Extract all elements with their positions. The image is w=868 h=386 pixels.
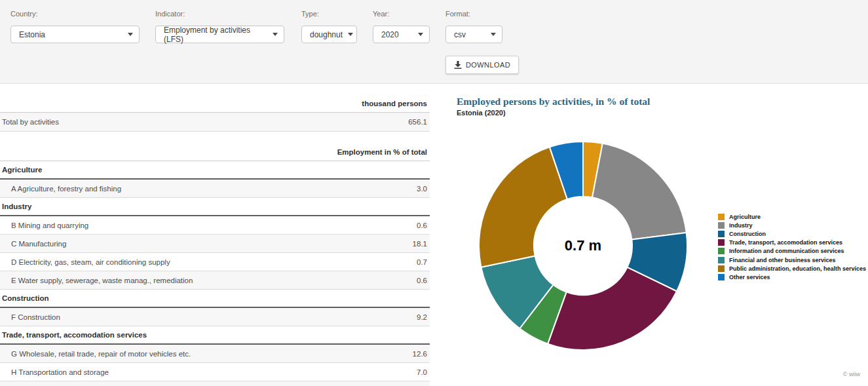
row-value: 18.1 xyxy=(413,240,430,248)
chart-panel: Employed persons by activities, in % of … xyxy=(430,84,868,386)
legend-item[interactable]: Information and communication services xyxy=(718,247,866,256)
section-label: Agriculture xyxy=(0,166,42,174)
chart-legend: AgricultureIndustryConstructionTrade, tr… xyxy=(718,212,866,282)
type-label: Type: xyxy=(301,10,319,18)
table-row: C Manufacturing18.1 xyxy=(0,235,430,253)
legend-swatch-icon xyxy=(718,257,725,263)
legend-swatch-icon xyxy=(718,222,725,229)
legend-item[interactable]: Trade, transport, accomodation services xyxy=(718,239,866,247)
row-label: B Mining and quarrying xyxy=(0,222,88,229)
download-icon xyxy=(454,61,462,69)
download-button[interactable]: DOWNLOAD xyxy=(445,56,519,74)
legend-swatch-icon xyxy=(718,239,725,246)
section-label: Construction xyxy=(0,294,49,302)
row-label: C Manufacturing xyxy=(0,240,66,248)
row-label: A Agriculture, forestry and fishing xyxy=(0,185,121,193)
chevron-down-icon xyxy=(273,33,278,36)
table-section-header: Industry xyxy=(0,198,430,216)
row-label: G Wholesale, retail trade, repair of mot… xyxy=(0,350,191,358)
app-canvas: Country: Indicator: Type: Year: Format: … xyxy=(0,0,868,386)
filter-bar: Country: Indicator: Type: Year: Format: … xyxy=(0,0,868,84)
legend-label: Trade, transport, accomodation services xyxy=(729,239,842,246)
data-table: thousand persons Total by activities 656… xyxy=(0,84,430,386)
table-row: G Wholesale, retail trade, repair of mot… xyxy=(0,345,430,363)
chevron-down-icon xyxy=(348,33,353,36)
legend-item[interactable]: Other services xyxy=(718,273,866,281)
chart-credit: © wiiw xyxy=(843,371,860,377)
year-label: Year: xyxy=(373,10,389,18)
row-label: F Construction xyxy=(0,313,60,321)
table-spacer xyxy=(0,132,430,142)
row-value: 0.6 xyxy=(417,277,430,284)
table-row: H Transportation and storage7.0 xyxy=(0,363,430,381)
chevron-down-icon xyxy=(491,33,496,36)
chart-subtitle: Estonia (2020) xyxy=(457,109,506,117)
unit-header-thousand-persons: thousand persons xyxy=(0,84,430,113)
table-section-header: Trade, transport, accomodation services xyxy=(0,326,430,345)
chevron-down-icon xyxy=(128,33,133,36)
table-row: F Construction9.2 xyxy=(0,308,430,326)
legend-item[interactable]: Financial and other business services xyxy=(718,256,866,264)
indicator-select[interactable]: Employment by activities (LFS) xyxy=(155,26,284,43)
table-row: E Water supply, sewerage, waste manag., … xyxy=(0,271,430,290)
type-select[interactable]: doughnut xyxy=(301,26,357,43)
row-label: E Water supply, sewerage, waste manag., … xyxy=(0,277,193,284)
format-select-value: csv xyxy=(454,30,466,39)
table-rows: AgricultureA Agriculture, forestry and f… xyxy=(0,161,430,381)
legend-swatch-icon xyxy=(718,248,725,254)
chevron-down-icon xyxy=(418,33,423,36)
row-value: 12.6 xyxy=(413,350,430,358)
legend-swatch-icon xyxy=(718,274,725,280)
legend-label: Construction xyxy=(729,231,766,237)
legend-swatch-icon xyxy=(718,231,725,237)
legend-label: Public administration, education, health… xyxy=(729,265,866,272)
year-select[interactable]: 2020 xyxy=(373,26,430,43)
chart-title: Employed persons by activities, in % of … xyxy=(457,96,650,107)
row-value: 0.6 xyxy=(417,222,430,229)
row-label: H Transportation and storage xyxy=(0,368,109,376)
donut-slice-1[interactable] xyxy=(592,144,687,240)
total-label: Total by activities xyxy=(0,118,59,126)
section-label: Industry xyxy=(0,203,31,210)
legend-label: Financial and other business services xyxy=(729,257,836,263)
row-label: D Electricity, gas, steam, air condition… xyxy=(0,258,170,266)
legend-label: Agriculture xyxy=(729,214,761,220)
row-value: 3.0 xyxy=(417,185,430,193)
legend-item[interactable]: Public administration, education, health… xyxy=(718,264,866,273)
total-value: 656.1 xyxy=(408,118,430,126)
row-value: 9.2 xyxy=(417,313,430,321)
legend-swatch-icon xyxy=(718,265,725,272)
table-row: D Electricity, gas, steam, air condition… xyxy=(0,253,430,271)
legend-item[interactable]: Agriculture xyxy=(718,212,866,221)
donut-slice-6[interactable] xyxy=(479,147,567,267)
indicator-select-value: Employment by activities (LFS) xyxy=(164,26,267,44)
legend-item[interactable]: Construction xyxy=(718,229,866,238)
table-row: B Mining and quarrying0.6 xyxy=(0,216,430,235)
format-select[interactable]: csv xyxy=(445,26,502,43)
doughnut-chart xyxy=(478,141,688,351)
country-label: Country: xyxy=(10,10,38,18)
indicator-label: Indicator: xyxy=(155,10,185,18)
country-select-value: Estonia xyxy=(19,30,45,39)
table-section-header: Construction xyxy=(0,290,430,308)
legend-label: Other services xyxy=(729,274,770,280)
country-select[interactable]: Estonia xyxy=(10,26,140,43)
row-value: 0.7 xyxy=(417,258,430,266)
year-select-value: 2020 xyxy=(381,30,399,39)
table-section-header: Agriculture xyxy=(0,161,430,180)
format-label: Format: xyxy=(445,10,470,18)
legend-label: Information and communication services xyxy=(729,248,844,254)
legend-item[interactable]: Industry xyxy=(718,221,866,229)
table-row-total: Total by activities 656.1 xyxy=(0,113,430,132)
legend-swatch-icon xyxy=(718,214,725,220)
download-button-label: DOWNLOAD xyxy=(466,61,510,69)
unit-header-percent-of-total: Employment in % of total xyxy=(0,142,430,161)
row-value: 7.0 xyxy=(417,368,430,376)
legend-label: Industry xyxy=(729,222,753,229)
table-row-partial xyxy=(0,381,430,386)
type-select-value: doughnut xyxy=(310,30,343,39)
table-row: A Agriculture, forestry and fishing3.0 xyxy=(0,180,430,198)
section-label: Trade, transport, accomodation services xyxy=(0,331,147,339)
